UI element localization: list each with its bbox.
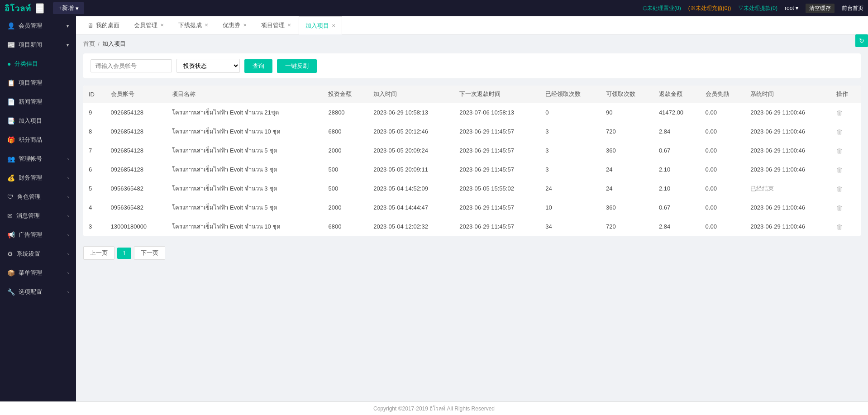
message-icon: ✉ — [7, 212, 13, 219]
sidebar-item-finance-mgmt[interactable]: 💰 财务管理 › — [0, 168, 76, 187]
footer-text: Copyright ©2017-2019 อิโวลท์ All Rights … — [373, 405, 495, 412]
project-icon: 📋 — [7, 79, 15, 86]
sidebar-item-admin-account[interactable]: 👥 管理帐号 › — [0, 149, 76, 168]
chevron-icon: ▾ — [67, 24, 69, 29]
cell-next-return-time: 2023-06-29 11:45:57 — [454, 141, 540, 160]
tab-project[interactable]: 项目管理 ✕ — [254, 16, 298, 34]
table-row: 8 0926854128 โครงการเสาเข็มไฟฟ้า Evolt จ… — [83, 122, 861, 141]
delete-icon[interactable]: 🗑 — [836, 204, 843, 211]
cell-project-name: โครงการเสาเข็มไฟฟ้า Evolt จำนวน 5 ชุด — [167, 198, 323, 217]
sidebar-item-msg-mgmt[interactable]: ✉ 消息管理 › — [0, 206, 76, 225]
cell-return-amount: 2.84 — [653, 217, 700, 236]
sidebar-item-label: 系统设置 — [17, 250, 40, 258]
sidebar-item-ads-mgmt[interactable]: 📢 广告管理 › — [0, 225, 76, 244]
unprocessed-recharge-status[interactable]: (※未处理充值(0)) — [688, 5, 731, 12]
cell-return-amount: 0.67 — [653, 141, 700, 160]
cell-system-time: 2023-06-29 11:00:46 — [745, 217, 831, 236]
cell-available-count: 720 — [601, 217, 653, 236]
close-icon[interactable]: ✕ — [243, 23, 247, 28]
cell-member-reward: 0.00 — [700, 103, 745, 122]
cell-join-time: 2023-06-29 10:58:13 — [368, 103, 454, 122]
cell-received-count: 3 — [540, 160, 601, 179]
top-header: อิโวลท์ ☰ +新增 ▾ ⬡未处理置业(0) (※未处理充值(0)) ▽未… — [0, 0, 868, 16]
add-new-button[interactable]: +新增 ▾ — [53, 2, 84, 14]
sidebar-item-role-mgmt[interactable]: 🛡 角色管理 › — [0, 187, 76, 206]
delete-icon[interactable]: 🗑 — [836, 128, 843, 135]
col-action: 操作 — [831, 86, 861, 103]
cell-invest-amount: 6800 — [323, 122, 368, 141]
table-row: 6 0926854128 โครงการเสาเข็มไฟฟ้า Evolt จ… — [83, 160, 861, 179]
unprocessed-withdrawal-status[interactable]: ▽未处理提款(0) — [738, 5, 777, 12]
invest-status-select[interactable]: 投资状态 进行中 已结束 — [176, 59, 240, 73]
member-account-input[interactable] — [91, 59, 172, 72]
cell-return-amount: 2.10 — [653, 179, 700, 198]
cell-invest-amount: 500 — [323, 179, 368, 198]
sidebar-item-label: 财务管理 — [19, 174, 42, 182]
cell-available-count: 90 — [601, 103, 653, 122]
query-button[interactable]: 查询 — [244, 59, 272, 73]
cell-member-reward: 0.00 — [700, 217, 745, 236]
chevron-icon: › — [67, 290, 69, 295]
cell-account: 0956365482 — [105, 179, 167, 198]
data-table-container: ID 会员帐号 项目名称 投资金额 加入时间 下一次返款时间 已经领取次数 可领… — [83, 86, 861, 236]
sidebar-item-points-shop[interactable]: 🎁 积分商品 — [0, 130, 76, 149]
sidebar-item-order-mgmt[interactable]: 📦 菜单管理 › — [0, 263, 76, 282]
breadcrumb: 首页 / 加入项目 — [83, 40, 861, 48]
delete-icon[interactable]: 🗑 — [836, 109, 843, 116]
chevron-icon: › — [67, 214, 69, 219]
sidebar-item-label: 会员管理 — [19, 22, 42, 30]
tab-coupons[interactable]: 优惠券 ✕ — [216, 16, 253, 34]
chevron-icon: › — [67, 157, 69, 162]
close-icon[interactable]: ✕ — [332, 24, 335, 28]
sidebar-item-project-mgmt[interactable]: 📋 项目管理 — [0, 73, 76, 92]
cell-received-count: 0 — [540, 103, 601, 122]
cell-next-return-time: 2023-05-05 15:55:02 — [454, 179, 540, 198]
user-menu[interactable]: root ▾ — [785, 5, 798, 11]
page-content: 首页 / 加入项目 ↻ 投资状态 进行中 已结束 查询 一键反刷 — [76, 34, 868, 401]
cell-next-return-time: 2023-06-29 11:45:57 — [454, 122, 540, 141]
delete-icon[interactable]: 🗑 — [836, 223, 843, 230]
sidebar-item-sys-settings[interactable]: ⚙ 系统设置 › — [0, 244, 76, 263]
finance-icon: 💰 — [7, 174, 15, 181]
prev-page-button[interactable]: 上一页 — [83, 246, 114, 260]
cell-system-time: 2023-06-29 11:00:46 — [745, 141, 831, 160]
sidebar-item-join-project[interactable]: 📑 加入项目 — [0, 111, 76, 130]
clear-cache-button[interactable]: 清空缓存 — [806, 4, 835, 13]
sidebar-item-options-config[interactable]: 🔧 选项配置 › — [0, 282, 76, 301]
cell-project-name: โครงการเสาเข็มไฟฟ้า Evolt จำนวน 10 ชุด — [167, 217, 323, 236]
breadcrumb-home[interactable]: 首页 — [83, 40, 95, 48]
current-page-number[interactable]: 1 — [117, 248, 131, 259]
chevron-icon: ▾ — [67, 43, 69, 48]
cell-id: 5 — [83, 179, 105, 198]
next-page-button[interactable]: 下一页 — [134, 246, 165, 260]
tab-label: 加入项目 — [305, 22, 329, 30]
tab-downline[interactable]: 下线提成 ✕ — [172, 16, 215, 34]
close-icon[interactable]: ✕ — [160, 23, 164, 28]
cell-next-return-time: 2023-06-29 11:45:57 — [454, 198, 540, 217]
system-time-value: 2023-06-29 11:00:46 — [750, 128, 805, 135]
delete-icon[interactable]: 🗑 — [836, 147, 843, 154]
delete-icon[interactable]: 🗑 — [836, 166, 843, 173]
unprocessed-sales-status[interactable]: ⬡未处理置业(0) — [643, 5, 681, 12]
menu-toggle-btn[interactable]: ☰ — [36, 3, 44, 14]
reset-button[interactable]: 一键反刷 — [277, 59, 317, 73]
frontend-home-button[interactable]: 前台首页 — [842, 5, 863, 12]
col-id: ID — [83, 86, 105, 103]
delete-icon[interactable]: 🗑 — [836, 185, 843, 192]
cell-invest-amount: 500 — [323, 160, 368, 179]
sidebar: 👤 会员管理 ▾ 📰 项目新闻 ▾ ● 分类佳目 📋 项目管理 📄 新闻管理 📑… — [0, 16, 76, 401]
sidebar-item-label: 管理帐号 — [19, 155, 42, 163]
tab-member[interactable]: 会员管理 ✕ — [127, 16, 171, 34]
sidebar-item-news-mgmt[interactable]: 📄 新闻管理 — [0, 92, 76, 111]
system-time-value: 2023-06-29 11:00:46 — [750, 166, 805, 173]
sidebar-item-member-mgmt[interactable]: 👤 会员管理 ▾ — [0, 16, 76, 35]
tab-desktop[interactable]: 🖥 我的桌面 — [81, 16, 126, 34]
refresh-button[interactable]: ↻ — [855, 34, 868, 47]
sidebar-item-category[interactable]: ● 分类佳目 — [0, 54, 76, 73]
close-icon[interactable]: ✕ — [287, 23, 291, 28]
sidebar-item-project-news[interactable]: 📰 项目新闻 ▾ — [0, 35, 76, 54]
tab-join-project[interactable]: 加入项目 ✕ — [299, 16, 342, 34]
chevron-icon: › — [67, 176, 69, 181]
cell-action: 🗑 — [831, 141, 861, 160]
close-icon[interactable]: ✕ — [205, 23, 208, 28]
